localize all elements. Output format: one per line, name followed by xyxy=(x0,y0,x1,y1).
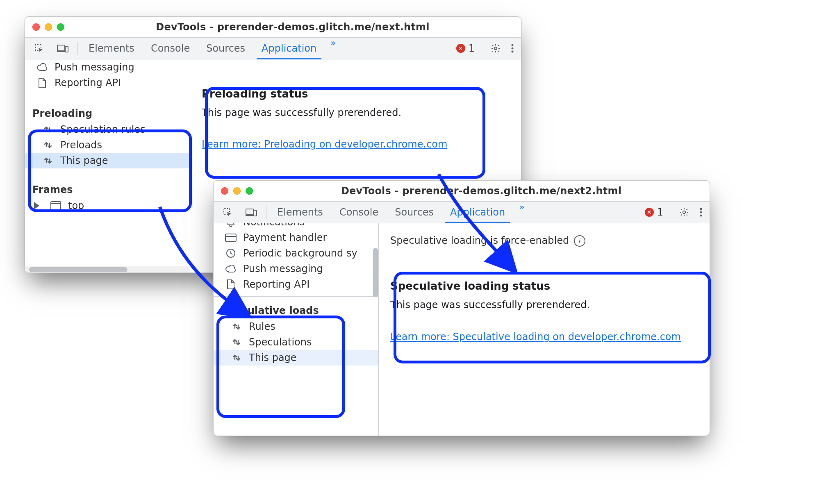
svg-point-3 xyxy=(494,47,497,50)
window-title: DevTools - prerender-demos.glitch.me/nex… xyxy=(260,185,702,197)
sidebar-item-this-page[interactable]: This page xyxy=(25,153,190,168)
cloud-icon xyxy=(36,61,48,73)
cloud-icon xyxy=(225,263,237,275)
card-icon xyxy=(225,232,237,243)
sidebar-section-heading: Preloading xyxy=(25,104,190,122)
sidebar-bg-item[interactable]: Payment handler xyxy=(214,230,378,245)
svg-point-6 xyxy=(512,51,514,53)
panel-tabs: Elements Console Sources Application » xyxy=(269,202,530,223)
sidebar-scrollbar[interactable] xyxy=(25,266,190,273)
sidebar-item-label: Push messaging xyxy=(243,263,323,275)
notice-text: Speculative loading is force-enabled i xyxy=(390,233,698,248)
bell-icon xyxy=(225,223,237,228)
sidebar-item-label: Push messaging xyxy=(55,61,134,73)
info-icon[interactable]: i xyxy=(574,235,585,247)
close-icon[interactable] xyxy=(221,187,228,195)
expand-icon[interactable] xyxy=(34,202,39,209)
sidebar-item-label: Notifications xyxy=(243,223,305,228)
device-toolbar-icon[interactable] xyxy=(50,38,75,59)
updown-icon xyxy=(231,352,242,363)
tab-application[interactable]: Application xyxy=(253,38,325,59)
sidebar-frames-heading: Frames xyxy=(25,180,190,198)
panel-tabs: Elements Console Sources Application » xyxy=(80,38,342,59)
svg-rect-10 xyxy=(254,210,257,216)
minimize-icon[interactable] xyxy=(45,23,52,31)
sidebar-bg-item[interactable]: Reporting API xyxy=(25,75,190,91)
settings-icon[interactable] xyxy=(674,207,694,217)
zoom-icon[interactable] xyxy=(246,187,253,195)
svg-rect-9 xyxy=(246,209,253,215)
panel-heading: Speculative loading status xyxy=(390,278,698,294)
sidebar: Notifications Payment handler Periodic b… xyxy=(214,223,379,436)
window-icon xyxy=(50,200,61,211)
sidebar-bg-item[interactable]: Reporting API xyxy=(214,277,378,292)
titlebar: DevTools - prerender-demos.glitch.me/nex… xyxy=(214,181,710,202)
updown-icon xyxy=(42,155,54,166)
sidebar-item-label: Preloads xyxy=(60,139,102,151)
minimize-icon[interactable] xyxy=(233,187,241,195)
device-toolbar-icon[interactable] xyxy=(239,202,264,223)
toolbar-divider xyxy=(77,42,78,54)
updown-icon xyxy=(42,124,54,135)
close-icon[interactable] xyxy=(32,23,40,31)
tabs-overflow-icon[interactable]: » xyxy=(325,38,341,59)
sidebar-section-heading: Speculative loads xyxy=(214,301,378,319)
svg-rect-2 xyxy=(65,46,68,52)
svg-rect-7 xyxy=(51,202,61,210)
tab-console[interactable]: Console xyxy=(143,38,198,59)
file-icon xyxy=(36,77,48,89)
sidebar-scrollbar[interactable] xyxy=(372,223,379,436)
sidebar-item-label: This page xyxy=(60,155,108,166)
tab-elements[interactable]: Elements xyxy=(80,38,143,59)
sidebar-item-label: Periodic background sy xyxy=(243,247,357,259)
tab-sources[interactable]: Sources xyxy=(387,202,442,223)
sidebar-item-label: Speculations xyxy=(249,336,312,348)
tabs-overflow-icon[interactable]: » xyxy=(513,202,530,223)
clock-icon xyxy=(225,247,237,259)
tab-elements[interactable]: Elements xyxy=(269,202,331,223)
error-count: 1 xyxy=(469,43,475,54)
sidebar-item-label: top xyxy=(68,200,84,211)
sidebar-bg-item[interactable]: Push messaging xyxy=(25,59,190,75)
svg-rect-15 xyxy=(225,234,236,241)
sidebar-item-preloads[interactable]: Preloads xyxy=(25,137,190,153)
svg-point-12 xyxy=(700,208,702,210)
more-icon[interactable] xyxy=(506,44,519,53)
more-icon[interactable] xyxy=(695,208,707,217)
svg-point-4 xyxy=(512,44,514,46)
error-count: 1 xyxy=(657,207,663,218)
panel-content: Speculative loading is force-enabled i S… xyxy=(379,223,710,436)
issues-count[interactable]: ✕ 1 xyxy=(641,207,667,218)
zoom-icon[interactable] xyxy=(57,23,64,31)
stage: DevTools - prerender-demos.glitch.me/nex… xyxy=(0,0,826,504)
svg-point-14 xyxy=(700,215,702,217)
traffic-lights[interactable] xyxy=(221,187,253,195)
sidebar-item-this-page[interactable]: This page xyxy=(214,350,378,366)
tab-sources[interactable]: Sources xyxy=(198,38,253,59)
learn-more-link[interactable]: Learn more: Preloading on developer.chro… xyxy=(202,138,447,150)
traffic-lights[interactable] xyxy=(32,23,64,31)
sidebar-item-rules[interactable]: Rules xyxy=(214,319,378,334)
panel-heading: Preloading status xyxy=(202,86,510,102)
updown-icon xyxy=(42,139,54,151)
issues-count[interactable]: ✕ 1 xyxy=(452,43,479,54)
sidebar-item-speculations[interactable]: Speculations xyxy=(214,334,378,350)
file-icon xyxy=(225,279,237,290)
titlebar: DevTools - prerender-demos.glitch.me/nex… xyxy=(25,17,521,38)
sidebar-bg-item[interactable]: Periodic background sy xyxy=(214,245,378,261)
svg-point-11 xyxy=(683,211,685,213)
learn-more-link[interactable]: Learn more: Speculative loading on devel… xyxy=(390,331,681,343)
tab-console[interactable]: Console xyxy=(331,202,387,223)
sidebar-item-label: Speculation rules xyxy=(60,124,146,135)
window-title: DevTools - prerender-demos.glitch.me/nex… xyxy=(72,21,514,33)
sidebar-bg-item[interactable]: Push messaging xyxy=(214,261,378,277)
updown-icon xyxy=(231,321,242,332)
inspect-element-icon[interactable] xyxy=(216,202,239,223)
inspect-element-icon[interactable] xyxy=(27,38,50,59)
tab-application[interactable]: Application xyxy=(442,202,513,223)
settings-icon[interactable] xyxy=(486,43,505,53)
sidebar-item-speculation-rules[interactable]: Speculation rules xyxy=(25,122,190,137)
sidebar-item-label: This page xyxy=(249,352,297,363)
sidebar-bg-item[interactable]: Notifications xyxy=(214,223,378,230)
sidebar-frame-top[interactable]: top xyxy=(25,198,190,213)
